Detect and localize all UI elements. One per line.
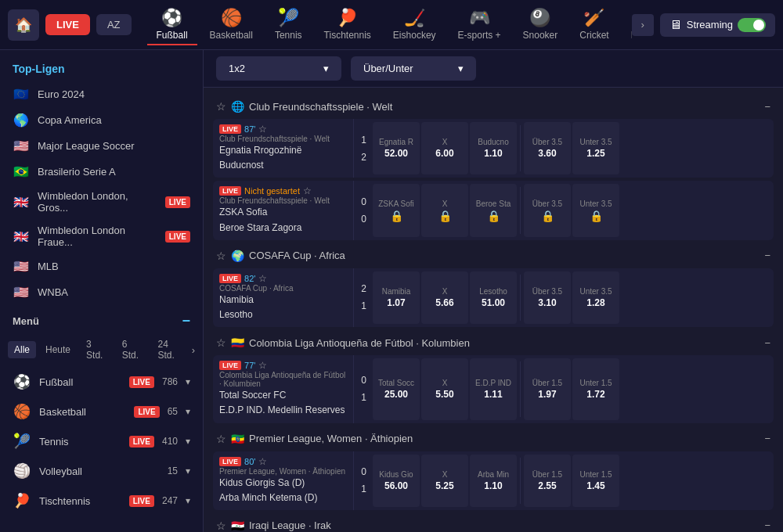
sports-tabs: ⚽Fußball🏀Basketball🎾Tennis🏓Tischtennis🏒E… (147, 5, 632, 45)
sidebar-item-wimbledon-london--gr[interactable]: 🇬🇧 Wimbledon London, Gros... LIVE (0, 185, 203, 219)
odd-button-namibia[interactable]: Namibia1.07 (373, 271, 420, 324)
sport-tab-beach[interactable]: 🏐Beach (622, 5, 632, 45)
time-tab-3-std.[interactable]: 3 Std. (80, 336, 113, 364)
filter-row: 1x2 ▾ Über/Unter ▾ (204, 50, 783, 88)
league-collapse-button[interactable]: − (764, 337, 770, 349)
odd-button-kidus-gio[interactable]: Kidus Gio56.00 (373, 455, 420, 507)
menu-sport-chevron[interactable]: ▾ (186, 466, 190, 476)
monitor-icon: 🖥 (669, 18, 682, 32)
odd-button-buducno[interactable]: Buducno1.10 (470, 122, 517, 174)
league-header[interactable]: ☆ 🇪🇹 Premier League, Women · Äthiopien − (213, 426, 774, 451)
sidebar-item-mlb[interactable]: 🇺🇸 MLB (0, 253, 203, 279)
menu-sport-tennis[interactable]: 🎾 Tennis LIVE 410 ▾ (0, 426, 203, 456)
odd-button-unter-1-5[interactable]: Unter 1.51.45 (572, 455, 619, 507)
sports-chevron-right[interactable]: › (632, 14, 654, 36)
league-header[interactable]: ☆ 🌐 Club Freundschaftsspiele · Welt − (213, 94, 774, 119)
menu-collapse-button[interactable]: − (182, 313, 190, 329)
odd-button--ber-3-5[interactable]: Über 3.5🔒 (524, 184, 571, 236)
odd-button-unter-1-5[interactable]: Unter 1.51.72 (572, 358, 619, 419)
odd-button-unter-3-5[interactable]: Unter 3.51.25 (572, 122, 619, 174)
sport-tab-cricket[interactable]: 🏏Cricket (570, 5, 618, 45)
league-collapse-button[interactable]: − (764, 433, 770, 444)
league-collapse-button[interactable]: − (764, 101, 770, 113)
time-tabs-chevron[interactable]: › (192, 344, 195, 356)
sport-tab-snooker[interactable]: 🎱Snooker (514, 5, 568, 45)
sport-tab-tennis[interactable]: 🎾Tennis (265, 5, 312, 45)
odd-button-beroe-sta[interactable]: Beroe Sta🔒 (470, 184, 517, 236)
menu-sport-count: 15 (168, 466, 178, 476)
menu-sport-chevron[interactable]: ▾ (186, 436, 190, 447)
time-tab-24-std.[interactable]: 24 Std. (151, 336, 188, 364)
league-header[interactable]: ☆ 🌍 COSAFA Cup · Africa − (213, 243, 774, 268)
event-star-icon[interactable]: ☆ (303, 185, 312, 196)
league-collapse-button[interactable]: − (764, 519, 770, 531)
odd-button-x[interactable]: X6.00 (421, 122, 468, 174)
star-icon[interactable]: ☆ (216, 519, 226, 532)
odd-button-total-socc[interactable]: Total Socc25.00 (373, 358, 420, 419)
sidebar-item-wnba[interactable]: 🇺🇸 WNBA (0, 279, 203, 305)
sidebar-item-wimbledon-london-fra[interactable]: 🇬🇧 Wimbledon London Fraue... LIVE (0, 219, 203, 253)
odd-button-lesotho[interactable]: Lesotho51.00 (470, 271, 517, 324)
menu-sport-chevron[interactable]: ▾ (186, 376, 190, 387)
az-button[interactable]: AZ (96, 14, 132, 35)
sidebar-item-major-league-soccer[interactable]: 🇺🇸 Major League Soccer (0, 133, 203, 159)
league-collapse-button[interactable]: − (764, 250, 770, 261)
odd-button-x[interactable]: X🔒 (421, 184, 468, 236)
odd-button--ber-1-5[interactable]: Über 1.52.55 (524, 455, 571, 507)
streaming-button[interactable]: 🖥 Streaming (660, 13, 775, 37)
star-icon[interactable]: ☆ (216, 250, 226, 262)
odd-button-x[interactable]: X5.50 (421, 358, 468, 419)
star-icon[interactable]: ☆ (216, 336, 226, 349)
filter-over-under[interactable]: Über/Unter ▾ (351, 56, 476, 81)
time-tab-heute[interactable]: Heute (39, 341, 77, 358)
menu-sports-list: ⚽ Fußball LIVE 786 ▾ 🏀 Basketball LIVE 6… (0, 367, 203, 516)
home-button[interactable]: 🏠 (8, 9, 39, 41)
time-tab-6-std.[interactable]: 6 Std. (116, 336, 149, 364)
sport-tab-basketball[interactable]: 🏀Basketball (200, 5, 262, 45)
odd-button-e-d-p-ind[interactable]: E.D.P IND1.11 (470, 358, 517, 419)
odd-button--ber-1-5[interactable]: Über 1.51.97 (524, 358, 571, 419)
odd-button-zska-sofi[interactable]: ZSKA Sofi🔒 (373, 184, 420, 236)
star-icon[interactable]: ☆ (216, 100, 226, 113)
sidebar-item-brasilerio-serie-a[interactable]: 🇧🇷 Brasilerio Serie A (0, 159, 203, 185)
odd-button-arba-min[interactable]: Arba Min1.10 (470, 455, 517, 507)
odd-label: Namibia (382, 287, 411, 296)
menu-sport-basketball[interactable]: 🏀 Basketball LIVE 65 ▾ (0, 397, 203, 426)
menu-sport-count: 786 (162, 376, 178, 387)
odd-button--ber-3-5[interactable]: Über 3.53.60 (524, 122, 571, 174)
odd-button-unter-3-5[interactable]: Unter 3.51.28 (572, 271, 619, 324)
event-league-mini: Club Freundschaftsspiele · Welt (219, 196, 347, 205)
time-tab-alle[interactable]: Alle (8, 341, 36, 358)
star-icon[interactable]: ☆ (216, 433, 226, 445)
league-header[interactable]: ☆ 🇨🇴 Colombia Liga Antioqueña de Fútbol … (213, 330, 774, 355)
sport-tab-tischtennis[interactable]: 🏓Tischtennis (315, 5, 381, 45)
menu-sport-chevron[interactable]: ▾ (186, 495, 190, 506)
sport-tab-eishockey[interactable]: 🏒Eishockey (384, 5, 446, 45)
odd-button-x[interactable]: X5.66 (421, 271, 468, 324)
menu-sport-chevron[interactable]: ▾ (186, 406, 190, 417)
odd-button-egnatia-r[interactable]: Egnatia R52.00 (373, 122, 420, 174)
sport-tab-fu-ball[interactable]: ⚽Fußball (147, 5, 197, 45)
event-star-icon[interactable]: ☆ (258, 456, 267, 467)
league-header[interactable]: ☆ 🇮🇶 Iraqi League · Irak − (213, 513, 774, 532)
odd-button-unter-3-5[interactable]: Unter 3.5🔒 (572, 184, 619, 236)
streaming-toggle[interactable] (738, 18, 766, 32)
event-star-icon[interactable]: ☆ (258, 124, 267, 135)
event-info: LIVE87'☆ Club Freundschaftsspiele · Welt… (213, 119, 354, 178)
sidebar-item-copa-america[interactable]: 🌎 Copa America (0, 107, 203, 133)
odd-button-x[interactable]: X5.25 (421, 455, 468, 507)
sidebar-item-euro-----[interactable]: 🇪🇺 Euro 2024 (0, 81, 203, 107)
odd-label: X (442, 470, 448, 479)
odd-button--ber-3-5[interactable]: Über 3.53.10 (524, 271, 571, 324)
sport-icon: 🎮 (469, 8, 490, 28)
event-star-icon[interactable]: ☆ (258, 360, 267, 371)
event-star-icon[interactable]: ☆ (258, 273, 267, 284)
menu-sport-fußball[interactable]: ⚽ Fußball LIVE 786 ▾ (0, 367, 203, 397)
content-area: 1x2 ▾ Über/Unter ▾ ☆ 🌐 Club Freundschaft… (204, 50, 783, 532)
sport-tab-e-sports--[interactable]: 🎮E-sports + (449, 5, 511, 45)
menu-sport-volleyball[interactable]: 🏐 Volleyball 15 ▾ (0, 456, 203, 486)
filter-1x2[interactable]: 1x2 ▾ (216, 56, 341, 81)
league-name: COSAFA Cup · Africa (249, 250, 760, 261)
live-button[interactable]: LIVE (45, 14, 90, 35)
menu-sport-tischtennis[interactable]: 🏓 Tischtennis LIVE 247 ▾ (0, 486, 203, 516)
